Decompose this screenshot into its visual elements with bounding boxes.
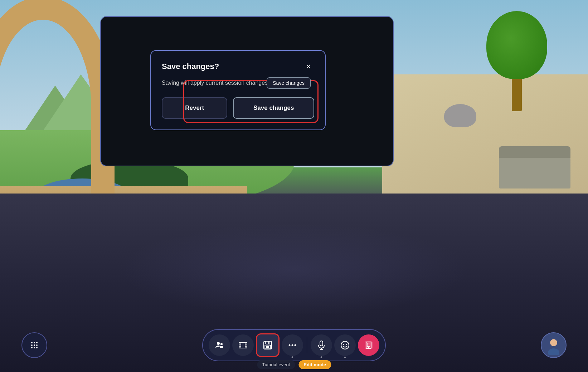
save-disk-button[interactable] <box>256 333 280 357</box>
leave-button[interactable] <box>358 334 379 356</box>
svg-point-13 <box>220 343 223 345</box>
people-button[interactable] <box>209 334 230 356</box>
mic-caret-icon: ▲ <box>320 355 323 359</box>
svg-point-40 <box>550 339 557 346</box>
svg-rect-22 <box>266 341 270 344</box>
caret-icon: ▲ <box>291 355 294 359</box>
status-bar: Tutorial event Edit mode <box>257 360 331 369</box>
floor-sheen <box>118 223 471 316</box>
toolbar-divider <box>307 337 307 353</box>
more-dots-icon <box>288 343 297 347</box>
rock <box>444 104 476 127</box>
close-button[interactable]: × <box>303 61 314 72</box>
svg-rect-14 <box>239 342 247 348</box>
dialog-title: Save changes? <box>162 62 219 71</box>
svg-point-32 <box>341 341 349 349</box>
reaction-button[interactable]: ▲ <box>334 334 356 356</box>
emoji-caret-icon: ▲ <box>343 355 347 359</box>
svg-point-3 <box>31 342 33 343</box>
svg-point-38 <box>368 347 369 348</box>
svg-point-6 <box>31 344 33 346</box>
svg-point-27 <box>292 344 293 346</box>
sofa <box>499 156 570 189</box>
user-avatar <box>544 336 564 355</box>
microphone-icon <box>317 340 325 350</box>
svg-rect-29 <box>320 341 323 346</box>
svg-point-28 <box>295 344 296 346</box>
main-toolbar: ▲ ▲ ▲ <box>202 329 386 361</box>
svg-point-8 <box>36 344 38 346</box>
tree <box>481 11 553 111</box>
leave-phone-icon <box>364 340 374 350</box>
save-tooltip: Save changes <box>267 77 311 89</box>
svg-point-9 <box>31 347 33 348</box>
svg-rect-24 <box>266 346 269 348</box>
people-icon <box>215 341 224 350</box>
svg-point-4 <box>34 342 35 343</box>
more-options-button[interactable]: ▲ <box>282 334 303 356</box>
film-icon <box>238 341 248 350</box>
svg-point-7 <box>34 344 35 346</box>
revert-button[interactable]: Revert <box>162 97 227 119</box>
event-label: Tutorial event <box>257 360 295 369</box>
svg-point-34 <box>346 344 347 345</box>
microphone-button[interactable]: ▲ <box>311 334 332 356</box>
emoji-icon <box>340 341 350 350</box>
save-changes-button[interactable]: Save changes <box>233 97 314 119</box>
svg-point-5 <box>36 342 38 343</box>
dialog-actions: Save changes Revert Save changes <box>162 97 314 119</box>
edit-mode-badge: Edit mode <box>298 360 331 369</box>
svg-point-11 <box>36 347 38 348</box>
grid-menu-button[interactable] <box>21 332 47 358</box>
dialog-header: Save changes? × <box>162 61 314 72</box>
bottom-toolbar: ▲ ▲ ▲ <box>0 329 588 361</box>
grid-icon <box>30 341 39 349</box>
save-dialog: Save changes? × Saving will apply curren… <box>150 50 326 130</box>
svg-point-33 <box>343 344 344 345</box>
avatar-button[interactable] <box>541 332 567 358</box>
svg-point-26 <box>289 344 291 346</box>
media-button[interactable] <box>232 334 254 356</box>
svg-point-10 <box>34 347 35 348</box>
save-disk-icon <box>263 340 273 350</box>
svg-point-12 <box>217 342 220 345</box>
